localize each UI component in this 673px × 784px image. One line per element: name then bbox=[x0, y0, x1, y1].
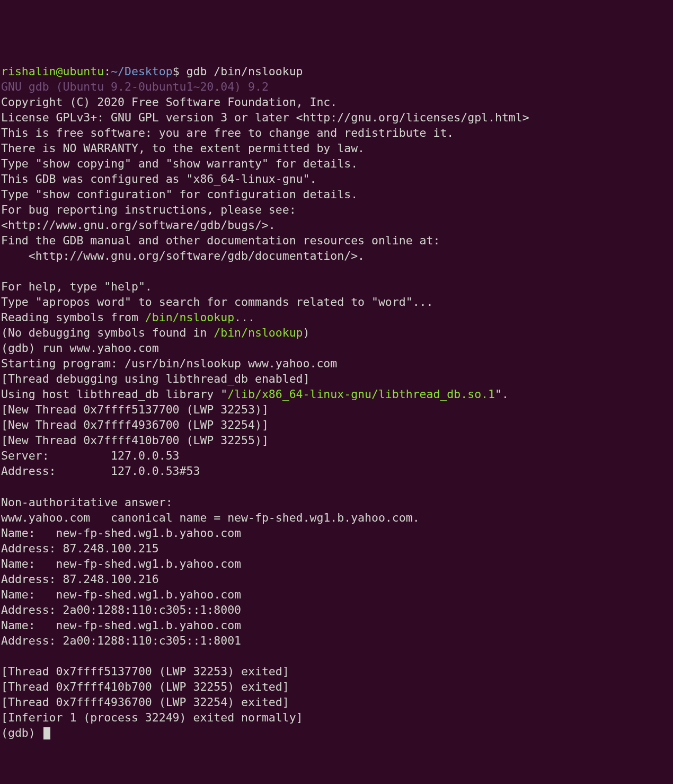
gdb-run-command: (gdb) run www.yahoo.com bbox=[1, 341, 159, 355]
using-host-tail: ". bbox=[495, 387, 509, 401]
gdb-prompt: (gdb) bbox=[1, 726, 42, 739]
prompt-path: ~/Desktop bbox=[111, 65, 173, 78]
cursor-icon[interactable] bbox=[43, 727, 50, 739]
reading-symbols-prefix: Reading symbols from bbox=[1, 311, 145, 324]
using-host-prefix: Using host libthread_db library " bbox=[1, 387, 227, 401]
reading-symbols-tail: ... bbox=[234, 311, 255, 324]
prompt-dollar: $ bbox=[173, 65, 187, 78]
file-path: /lib/x86_64-linux-gnu/libthread_db.so.1 bbox=[227, 387, 495, 401]
new-threads-block: [New Thread 0x7ffff5137700 (LWP 32253)] … bbox=[1, 403, 269, 447]
file-path: /bin/nslookup bbox=[214, 326, 303, 339]
terminal-output[interactable]: rishalin@ubuntu:~/Desktop$ gdb /bin/nslo… bbox=[1, 65, 529, 739]
no-symbols-prefix: (No debugging symbols found in bbox=[1, 326, 214, 339]
canonical-line: www.yahoo.com canonical name = new-fp-sh… bbox=[1, 511, 420, 524]
exited-block: [Thread 0x7ffff5137700 (LWP 32253) exite… bbox=[1, 665, 303, 724]
nslookup-address: Address: 127.0.0.53#53 bbox=[1, 464, 200, 478]
gdb-intro-block: Copyright (C) 2020 Free Software Foundat… bbox=[1, 95, 529, 309]
answers-block: Name: new-fp-shed.wg1.b.yahoo.com Addres… bbox=[1, 526, 241, 647]
prompt-userhost: rishalin@ubuntu bbox=[1, 65, 104, 78]
no-symbols-tail: ) bbox=[303, 326, 310, 339]
file-path: /bin/nslookup bbox=[145, 311, 234, 324]
nonauth-header: Non-authoritative answer: bbox=[1, 496, 173, 509]
gdb-banner: GNU gdb (Ubuntu 9.2-0ubuntu1~20.04) 9.2 bbox=[1, 80, 269, 93]
nslookup-server: Server: 127.0.0.53 bbox=[1, 449, 180, 462]
starting-block: Starting program: /usr/bin/nslookup www.… bbox=[1, 357, 337, 385]
prompt-colon: : bbox=[104, 65, 111, 78]
shell-command: gdb /bin/nslookup bbox=[187, 65, 303, 78]
